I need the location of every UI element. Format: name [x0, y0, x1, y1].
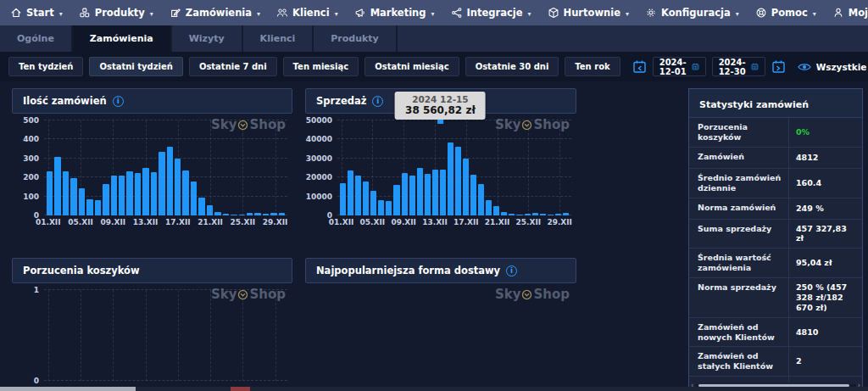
nav-item-zamówienia[interactable]: Zamówienia [170, 7, 260, 19]
bar[interactable] [386, 201, 392, 215]
bar[interactable] [378, 200, 384, 215]
stat-value-text: 160.4 [796, 178, 821, 188]
chevron-down-icon [334, 7, 338, 19]
range-button-ostatni-tydzień[interactable]: Ostatni tydzień [89, 57, 182, 76]
x-tick-label: 09.XII [391, 218, 416, 226]
nav-item-marketing[interactable]: Marketing [354, 7, 435, 19]
bar[interactable] [70, 178, 76, 215]
chart-body: Sky Shop 2024 12-15 38 560,82 zł 0100002… [305, 120, 576, 231]
tab-zamówienia[interactable]: Zamówienia [73, 25, 172, 52]
calendar-next-icon[interactable] [771, 59, 786, 74]
bar[interactable] [198, 198, 204, 215]
y-tick-label: 30000 [306, 154, 332, 163]
table-row: Norma zamówień 249 % [689, 198, 862, 220]
bar[interactable] [448, 142, 453, 215]
gridline-v [342, 120, 342, 215]
gridline-v [178, 120, 179, 215]
x-tick-label: 05.XII [360, 218, 386, 226]
date-from-input[interactable]: 2024-12-01 [653, 57, 706, 76]
bar[interactable] [126, 171, 132, 215]
bar[interactable] [370, 191, 376, 215]
chevron-down-icon [625, 7, 629, 19]
stats-table: Porzucenia koszyków 0% Zamówień 4812 Śre… [689, 118, 862, 382]
scrollbar-thumb[interactable] [0, 387, 136, 391]
tab-wizyty[interactable]: Wizyty [172, 25, 243, 52]
calendar-icon[interactable] [751, 60, 759, 73]
stat-value-text: 0% [796, 127, 810, 137]
bar[interactable] [393, 185, 399, 215]
eye-icon [798, 62, 811, 72]
nav-item-hurtownie[interactable]: Hurtownie [548, 7, 629, 19]
chart-tooltip: 2024 12-15 38 560,82 zł [395, 92, 486, 120]
bar[interactable] [417, 168, 423, 215]
info-icon[interactable] [506, 265, 517, 276]
tab-klienci[interactable]: Klienci [243, 25, 314, 52]
y-tick-label: 400 [23, 135, 39, 143]
y-tick-label: 500 [23, 116, 39, 125]
page-horizontal-scrollbar[interactable] [0, 387, 868, 391]
bar[interactable] [103, 184, 108, 215]
range-button-ostatnie-7-dni[interactable]: Ostatnie 7 dni [189, 57, 277, 76]
info-icon[interactable] [372, 96, 383, 107]
gridline-v [210, 290, 211, 381]
chevron-down-icon [812, 7, 816, 19]
bar[interactable] [79, 188, 85, 215]
bar[interactable] [486, 200, 492, 215]
bar[interactable] [191, 182, 197, 215]
bar[interactable] [151, 172, 157, 215]
nav-item-klienci[interactable]: Klienci [276, 7, 338, 19]
nav-item-pomoc[interactable]: Pomoc [755, 7, 816, 19]
integrations-icon [451, 7, 463, 19]
range-button-ten-tydzień[interactable]: Ten tydzień [8, 57, 83, 76]
tab-produkty[interactable]: Produkty [314, 25, 398, 52]
gridline-v [178, 290, 179, 381]
bar[interactable] [135, 173, 141, 215]
stat-value: 250 % (457 328 zł/182 670 zł) [789, 278, 862, 317]
bar[interactable] [348, 170, 353, 215]
y-tick-label: 300 [23, 154, 39, 163]
panel-header: Najpopularniejsza forma dostawy [305, 258, 576, 283]
bar[interactable] [95, 200, 101, 215]
bar[interactable] [54, 157, 60, 215]
orders-icon [170, 7, 181, 19]
table-row: Suma sprzedaży 457 327,83 zł [689, 220, 862, 249]
calendar-prev-icon[interactable] [632, 59, 647, 74]
gridline-v [559, 120, 560, 215]
stat-value-text: 250 % (457 328 zł/182 670 zł) [796, 282, 855, 313]
nav-item-moje-konto[interactable]: Moje konto [832, 7, 868, 19]
info-icon[interactable] [113, 96, 124, 107]
gridline-v [372, 120, 373, 215]
calendar-icon[interactable] [692, 60, 699, 73]
skyshop-admin-dashboard: Start Produkty Zamówienia Klienci Market… [0, 0, 868, 391]
nav-item-produkty[interactable]: Produkty [79, 7, 153, 19]
x-tick-label: 29.XII [547, 218, 572, 226]
gear-icon [645, 7, 657, 19]
filter-bar: Ten tydzieńOstatni tydzieńOstatnie 7 dni… [0, 52, 868, 81]
nav-item-start[interactable]: Start [10, 7, 63, 19]
order-stats-sidebar: Statystyki zamówień Porzucenia koszyków … [688, 88, 863, 390]
clients-icon [276, 7, 288, 19]
bar[interactable] [159, 152, 164, 215]
stat-value: 4810 [789, 318, 862, 347]
stat-value-text: 95,04 zł [796, 258, 832, 268]
visibility-filter-dropdown[interactable]: Wszystkie [798, 62, 868, 72]
range-button-ten-miesiąc[interactable]: Ten miesiąc [283, 57, 359, 76]
bar[interactable] [478, 184, 484, 215]
gridline-v [81, 120, 81, 215]
bar[interactable] [86, 199, 92, 215]
range-button-ostatnie-30-dni[interactable]: Ostatnie 30 dni [465, 57, 559, 76]
bar[interactable] [363, 182, 369, 215]
nav-item-integracje[interactable]: Integracje [451, 7, 531, 19]
tab-ogólne[interactable]: Ogólne [0, 25, 73, 52]
gridline-v [146, 120, 147, 215]
bar[interactable] [182, 170, 188, 215]
range-button-ostatni-miesiąc[interactable]: Ostatni miesiąc [364, 57, 459, 76]
range-button-ten-rok[interactable]: Ten rok [565, 57, 620, 76]
date-to-input[interactable]: 2024-12-30 [712, 57, 765, 76]
bar[interactable] [63, 171, 69, 215]
nav-item-konfiguracja[interactable]: Konfiguracja [645, 7, 739, 19]
delivery-method-chart-panel: Najpopularniejsza forma dostawy Sky Shop [305, 258, 576, 381]
x-axis-labels: 01.XII05.XII09.XII13.XII17.XII21.XII25.X… [44, 218, 287, 231]
chevron-down-icon [149, 7, 153, 19]
chevron-down-icon [527, 7, 531, 19]
